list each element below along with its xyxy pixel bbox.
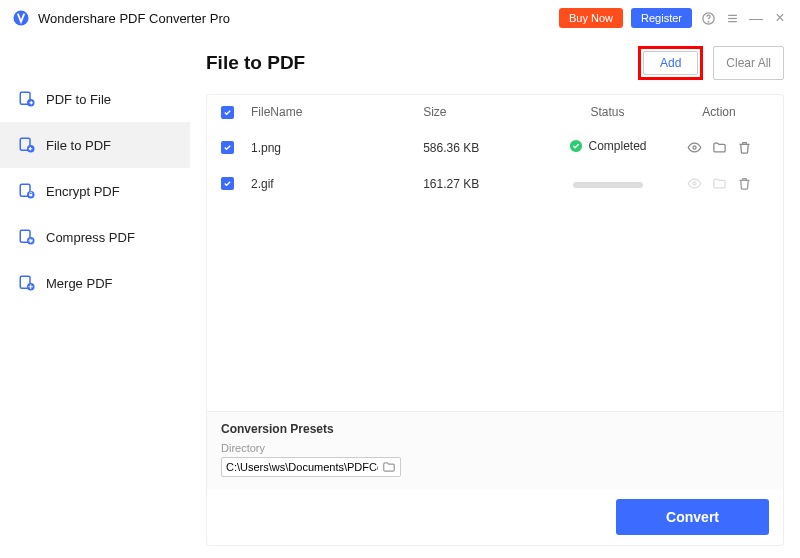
- conversion-presets: Conversion Presets Directory: [207, 411, 783, 489]
- sidebar-item-compress-pdf[interactable]: Compress PDF: [0, 214, 190, 260]
- svg-point-2: [708, 21, 709, 22]
- table-row: 2.gif 161.27 KB: [207, 166, 783, 201]
- open-folder-icon: [712, 176, 727, 191]
- row-checkbox[interactable]: [221, 141, 234, 154]
- header-filename: FileName: [251, 105, 423, 119]
- sidebar: PDF to File File to PDF Encrypt PDF Comp…: [0, 36, 190, 558]
- footer-row: Convert: [207, 489, 783, 545]
- convert-button[interactable]: Convert: [616, 499, 769, 535]
- merge-pdf-icon: [18, 274, 36, 292]
- add-button-highlight: Add: [638, 46, 703, 80]
- pdf-to-file-icon: [18, 90, 36, 108]
- sidebar-item-encrypt-pdf[interactable]: Encrypt PDF: [0, 168, 190, 214]
- cell-filename: 1.png: [251, 141, 423, 155]
- titlebar: Wondershare PDF Converter Pro Buy Now Re…: [0, 0, 800, 36]
- delete-icon[interactable]: [737, 140, 752, 155]
- header-status: Status: [546, 105, 669, 119]
- app-logo-icon: [12, 9, 30, 27]
- row-checkbox[interactable]: [221, 177, 234, 190]
- cell-size: 586.36 KB: [423, 141, 546, 155]
- file-to-pdf-icon: [18, 136, 36, 154]
- buy-now-button[interactable]: Buy Now: [559, 8, 623, 28]
- main-area: File to PDF Add Clear All FileName Size …: [190, 36, 800, 558]
- svg-rect-12: [29, 194, 32, 196]
- sidebar-item-label: File to PDF: [46, 138, 111, 153]
- preview-icon[interactable]: [687, 140, 702, 155]
- table-row: 1.png 586.36 KB Completed: [207, 129, 783, 166]
- close-icon[interactable]: ×: [772, 9, 788, 27]
- browse-folder-icon[interactable]: [382, 460, 396, 474]
- encrypt-pdf-icon: [18, 182, 36, 200]
- minimize-icon[interactable]: —: [748, 10, 764, 26]
- directory-input[interactable]: [226, 461, 378, 473]
- cell-status: Completed: [546, 139, 669, 156]
- select-all-checkbox[interactable]: [221, 106, 234, 119]
- header-size: Size: [423, 105, 546, 119]
- open-folder-icon[interactable]: [712, 140, 727, 155]
- add-button[interactable]: Add: [643, 51, 698, 75]
- delete-icon[interactable]: [737, 176, 752, 191]
- check-circle-icon: [569, 139, 583, 153]
- directory-input-wrap: [221, 457, 401, 477]
- progress-bar: [573, 182, 643, 188]
- sidebar-item-label: PDF to File: [46, 92, 111, 107]
- presets-title: Conversion Presets: [221, 422, 769, 436]
- svg-point-18: [692, 146, 695, 149]
- sidebar-item-label: Encrypt PDF: [46, 184, 120, 199]
- sidebar-item-label: Compress PDF: [46, 230, 135, 245]
- preview-icon: [687, 176, 702, 191]
- app-title: Wondershare PDF Converter Pro: [38, 11, 230, 26]
- sidebar-item-file-to-pdf[interactable]: File to PDF: [0, 122, 190, 168]
- register-button[interactable]: Register: [631, 8, 692, 28]
- table-empty-space: [207, 201, 783, 411]
- svg-point-19: [692, 182, 695, 185]
- menu-icon[interactable]: [724, 11, 740, 26]
- file-table: FileName Size Status Action 1.png 586.36…: [206, 94, 784, 546]
- page-title: File to PDF: [206, 52, 305, 74]
- directory-label: Directory: [221, 442, 769, 454]
- cell-status: [546, 177, 669, 191]
- sidebar-item-label: Merge PDF: [46, 276, 112, 291]
- sidebar-item-merge-pdf[interactable]: Merge PDF: [0, 260, 190, 306]
- header-row: File to PDF Add Clear All: [206, 36, 784, 94]
- body: PDF to File File to PDF Encrypt PDF Comp…: [0, 36, 800, 558]
- sidebar-item-pdf-to-file[interactable]: PDF to File: [0, 76, 190, 122]
- cell-filename: 2.gif: [251, 177, 423, 191]
- clear-all-button[interactable]: Clear All: [713, 46, 784, 80]
- cell-size: 161.27 KB: [423, 177, 546, 191]
- header-action: Action: [669, 105, 769, 119]
- table-header: FileName Size Status Action: [207, 95, 783, 129]
- status-text: Completed: [589, 139, 647, 153]
- help-icon[interactable]: [700, 11, 716, 26]
- compress-pdf-icon: [18, 228, 36, 246]
